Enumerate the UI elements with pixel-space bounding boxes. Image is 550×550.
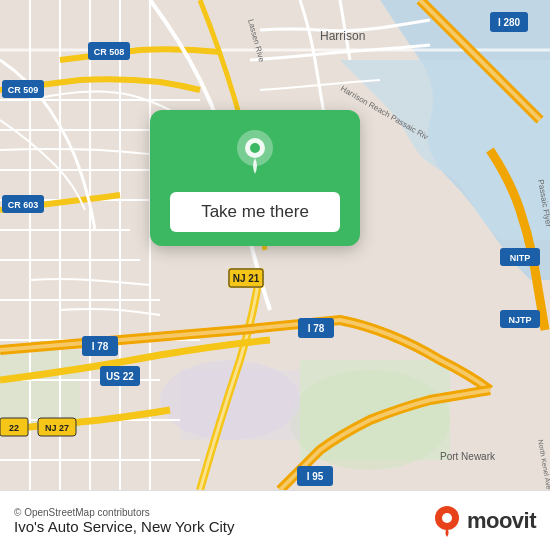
svg-text:I 95: I 95 [307, 471, 324, 482]
svg-point-58 [250, 143, 260, 153]
svg-text:NJTP: NJTP [508, 315, 531, 325]
map-container: I 280 CR 509 CR 508 CR 603 NJ 21 I 78 I … [0, 0, 550, 490]
place-name: Ivo's Auto Service, New York City [14, 518, 234, 535]
moovit-logo: moovit [431, 505, 536, 537]
svg-text:CR 603: CR 603 [8, 200, 39, 210]
svg-point-60 [442, 513, 452, 523]
bottom-info: © OpenStreetMap contributors Ivo's Auto … [14, 507, 234, 535]
svg-text:CR 508: CR 508 [94, 47, 125, 57]
svg-text:Harrison: Harrison [320, 29, 365, 43]
moovit-brand-icon [431, 505, 463, 537]
bottom-bar: © OpenStreetMap contributors Ivo's Auto … [0, 490, 550, 550]
svg-text:CR 509: CR 509 [8, 85, 39, 95]
svg-text:I 78: I 78 [92, 341, 109, 352]
svg-rect-5 [180, 370, 300, 440]
location-pin-icon [229, 128, 281, 180]
svg-text:I 78: I 78 [308, 323, 325, 334]
svg-text:US 22: US 22 [106, 371, 134, 382]
svg-text:NITP: NITP [510, 253, 531, 263]
moovit-brand-text: moovit [467, 508, 536, 534]
svg-text:Port Newark: Port Newark [440, 451, 496, 462]
attribution-text: © OpenStreetMap contributors [14, 507, 234, 518]
svg-text:22: 22 [9, 423, 19, 433]
svg-text:NJ 27: NJ 27 [45, 423, 69, 433]
svg-text:I 280: I 280 [498, 17, 521, 28]
svg-text:NJ 21: NJ 21 [233, 273, 260, 284]
action-card: Take me there [150, 110, 360, 246]
take-me-there-button[interactable]: Take me there [170, 192, 340, 232]
